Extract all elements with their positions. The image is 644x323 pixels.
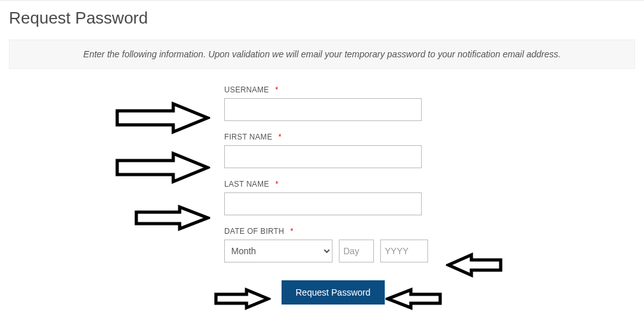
firstname-label-text: FIRST NAME: [224, 133, 272, 141]
page-title: Request Password: [0, 1, 644, 39]
dob-day-input[interactable]: [339, 240, 374, 262]
lastname-label: LAST NAME *: [224, 180, 428, 189]
firstname-group: FIRST NAME *: [224, 133, 428, 168]
dob-year-input[interactable]: [380, 240, 428, 262]
annotation-arrow-left-icon: [446, 252, 503, 278]
username-label: USERNAME *: [224, 85, 428, 94]
username-input[interactable]: [224, 98, 422, 121]
required-marker: *: [275, 180, 278, 189]
dob-group: DATE OF BIRTH * Month: [224, 227, 428, 262]
required-marker: *: [278, 133, 282, 141]
submit-row: Request Password: [224, 280, 428, 305]
required-marker: *: [275, 85, 278, 94]
request-password-form: USERNAME * FIRST NAME * LAST NAME * DATE…: [224, 85, 428, 305]
lastname-group: LAST NAME *: [224, 180, 428, 215]
request-password-button[interactable]: Request Password: [282, 280, 385, 305]
annotation-arrow-right-icon: [115, 101, 210, 134]
firstname-input[interactable]: [224, 145, 422, 168]
lastname-input[interactable]: [224, 192, 422, 215]
dob-row: Month: [224, 240, 428, 262]
annotation-arrow-right-icon: [115, 151, 210, 184]
required-marker: *: [290, 227, 294, 236]
dob-label-text: DATE OF BIRTH: [224, 227, 284, 236]
username-group: USERNAME *: [224, 85, 428, 121]
dob-month-select[interactable]: Month: [224, 240, 333, 262]
instruction-banner: Enter the following information. Upon va…: [9, 39, 635, 69]
annotation-arrow-right-icon: [134, 205, 210, 231]
dob-label: DATE OF BIRTH *: [224, 227, 428, 236]
lastname-label-text: LAST NAME: [224, 180, 269, 189]
firstname-label: FIRST NAME *: [224, 133, 428, 141]
username-label-text: USERNAME: [224, 85, 269, 94]
